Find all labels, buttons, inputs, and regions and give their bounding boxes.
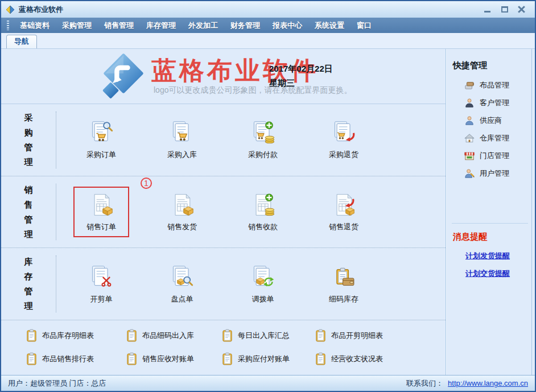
menu-bar: 基础资料 采购管理 销售管理 库存管理 外发加工 财务管理 报表中心 系统设置 … <box>1 18 535 33</box>
warehouse-house-icon <box>464 133 475 143</box>
contact-label: 联系我们： <box>406 378 443 389</box>
sku-stock-icon <box>331 265 356 290</box>
section-sales: 销售管理 1 销售订单 销售发货 <box>1 176 446 248</box>
report-label: 经营收支状况表 <box>331 354 383 364</box>
launch-item-label: 开剪单 <box>90 294 113 304</box>
clipboard-icon <box>315 329 326 342</box>
launch-item-label: 盘点单 <box>171 294 193 304</box>
sidebar-item-customer-manage[interactable]: 客户管理 <box>464 98 528 108</box>
sidebar-item-warehouse-manage[interactable]: 仓库管理 <box>464 133 528 143</box>
sidebar-item-fabric-manage[interactable]: 布品管理 <box>464 80 528 90</box>
date-box: 2017年02月22日 星期三 <box>269 61 360 90</box>
link-planned-shipment-reminder[interactable]: 计划发货提醒 <box>465 251 528 261</box>
launch-purchase-return[interactable]: 采购退货 <box>316 114 372 165</box>
menu-item-inventory[interactable]: 库存管理 <box>140 18 182 33</box>
sales-order-icon <box>89 192 114 217</box>
sales-return-icon <box>331 192 356 217</box>
section-items: 开剪单 盘点单 调拨单 <box>56 248 446 320</box>
menu-item-base-data[interactable]: 基础资料 <box>14 18 56 33</box>
quick-manage-title: 快捷管理 <box>453 60 528 71</box>
launch-sales-order[interactable]: 1 销售订单 <box>73 187 129 237</box>
sidebar-item-label: 客户管理 <box>480 98 509 108</box>
sidebar-item-label: 用户管理 <box>480 168 509 179</box>
menu-item-window[interactable]: 窗口 <box>351 18 378 33</box>
message-reminder-title: 消息提醒 <box>453 232 528 242</box>
sidebar-item-label: 门店管理 <box>480 151 509 161</box>
close-button[interactable] <box>518 6 526 13</box>
report-label: 每日出入库汇总 <box>238 331 290 341</box>
status-bar: 用户：超级管理员 门店：总店 联系我们： http://www.lange.co… <box>1 375 535 391</box>
cutting-order-icon <box>89 265 114 290</box>
maximize-button[interactable] <box>501 6 509 13</box>
minimize-button[interactable] <box>484 6 492 13</box>
window-title: 蓝格布业软件 <box>19 5 63 15</box>
customer-person-icon <box>464 98 475 108</box>
main-panel: 蓝格布业软件 logo可以更改成贵公司形象图，请在系统配置界面更换。 2017年… <box>1 49 446 375</box>
menu-item-sales[interactable]: 销售管理 <box>98 18 140 33</box>
launch-sales-receipt[interactable]: 销售收款 <box>235 187 291 237</box>
supplier-person-icon <box>464 115 475 126</box>
launch-sales-shipment[interactable]: 销售发货 <box>154 187 210 237</box>
report-fabric-stock-detail[interactable]: 布品库存明细表 <box>26 329 126 342</box>
current-date: 2017年02月22日 <box>269 61 360 76</box>
contact-link[interactable]: http://www.lange.com.cn <box>448 379 528 387</box>
report-label: 采购应付对账单 <box>238 354 290 364</box>
sidebar-item-label: 仓库管理 <box>480 133 509 143</box>
launch-cutting-order[interactable]: 开剪单 <box>73 259 129 310</box>
message-reminder-block: 消息提醒 计划发货提醒 计划交货提醒 <box>452 223 528 279</box>
step-annotation-badge: 1 <box>141 178 152 189</box>
section-label: 采购管理 <box>1 104 56 176</box>
report-fabric-sku-inout[interactable]: 布品细码出入库 <box>126 329 222 342</box>
menu-item-outsourcing[interactable]: 外发加工 <box>182 18 224 33</box>
clipboard-icon <box>222 352 233 365</box>
sidebar-item-supplier[interactable]: 供应商 <box>464 115 528 126</box>
launch-sales-return[interactable]: 销售退货 <box>316 187 372 237</box>
sidebar-item-store-manage[interactable]: 门店管理 <box>464 151 528 161</box>
report-fabric-sales-ranking[interactable]: 布品销售排行表 <box>26 352 126 365</box>
launch-purchase-inbound[interactable]: 采购入库 <box>154 114 210 165</box>
link-planned-delivery-reminder[interactable]: 计划交货提醒 <box>465 269 528 279</box>
sidebar-item-user-manage[interactable]: 用户管理 <box>464 168 528 179</box>
menu-item-purchase[interactable]: 采购管理 <box>56 18 98 33</box>
launch-item-label: 调拨单 <box>252 294 274 304</box>
launch-purchase-order[interactable]: 采购订单 <box>73 114 129 165</box>
menu-item-finance[interactable]: 财务管理 <box>224 18 266 33</box>
purchase-return-icon <box>331 120 356 145</box>
sales-receipt-icon <box>250 192 275 217</box>
tab-navigation[interactable]: 导航 <box>6 35 37 48</box>
clipboard-icon <box>315 352 326 365</box>
window-controls <box>484 6 530 13</box>
launch-item-label: 采购付款 <box>248 150 278 160</box>
sidebar-item-label: 供应商 <box>480 115 502 126</box>
title-bar: 蓝格布业软件 <box>1 1 535 18</box>
clipboard-icon <box>126 352 137 365</box>
sidebar-item-label: 布品管理 <box>480 80 509 90</box>
launch-item-label: 销售订单 <box>86 222 116 232</box>
report-business-income-expense[interactable]: 经营收支状况表 <box>315 352 446 365</box>
launch-purchase-payment[interactable]: 采购付款 <box>235 114 291 165</box>
launch-stocktake-order[interactable]: 盘点单 <box>154 259 210 310</box>
toolbar-grip-icon <box>7 20 9 30</box>
report-sales-receivable-statement[interactable]: 销售应收对账单 <box>126 352 222 365</box>
section-label: 库存管理 <box>1 248 56 320</box>
report-fabric-cutting-detail[interactable]: 布品开剪明细表 <box>315 329 446 342</box>
launch-item-label: 细码库存 <box>329 294 358 304</box>
report-purchase-payable-statement[interactable]: 采购应付对账单 <box>222 352 315 365</box>
status-user-info: 用户：超级管理员 门店：总店 <box>8 378 406 389</box>
sidebar: 快捷管理 布品管理 客户管理 供应商 仓库管理 门店管理 <box>446 49 532 375</box>
report-label: 销售应收对账单 <box>142 354 194 364</box>
launch-transfer-order[interactable]: 调拨单 <box>235 259 291 310</box>
tab-strip: 导航 <box>1 33 535 49</box>
report-label: 布品销售排行表 <box>42 354 94 364</box>
clipboard-icon <box>26 329 37 342</box>
app-window: 蓝格布业软件 基础资料 采购管理 销售管理 库存管理 外发加工 财务管理 报表中… <box>0 0 536 392</box>
report-daily-inout-summary[interactable]: 每日出入库汇总 <box>222 329 315 342</box>
user-edit-icon <box>464 168 475 179</box>
sales-shipment-icon <box>170 192 195 217</box>
current-weekday: 星期三 <box>269 76 360 90</box>
section-inventory: 库存管理 开剪单 盘点单 <box>1 247 446 320</box>
menu-item-settings[interactable]: 系统设置 <box>308 18 351 33</box>
section-label: 销售管理 <box>1 176 56 248</box>
menu-item-reports[interactable]: 报表中心 <box>266 18 308 33</box>
launch-sku-stock[interactable]: 细码库存 <box>316 259 372 310</box>
